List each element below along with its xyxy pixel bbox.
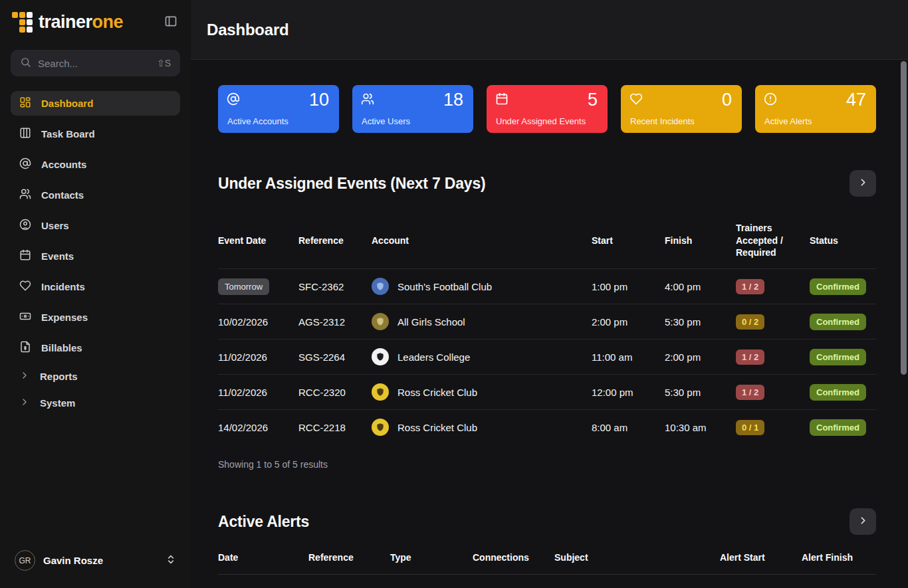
layout-dashboard-icon xyxy=(19,96,31,110)
event-finish: 5:30 pm xyxy=(665,387,736,398)
stat-value: 47 xyxy=(846,90,866,110)
users-icon xyxy=(361,92,374,108)
event-finish: 5:30 pm xyxy=(665,316,736,328)
event-date: 14/02/2026 xyxy=(218,422,298,433)
sidebar-item-label: Events xyxy=(41,250,74,262)
sidebar-item-system[interactable]: System xyxy=(11,393,180,413)
search-icon xyxy=(20,56,31,70)
table-row[interactable]: 10/02/2026 AGS-2312 All Girls School 2:0… xyxy=(218,304,876,339)
sidebar-item-accounts[interactable]: Accounts xyxy=(11,152,180,177)
alerts-section-next-button[interactable] xyxy=(850,508,876,535)
column-header: Alert Finish xyxy=(802,552,876,563)
event-start: 8:00 am xyxy=(592,422,665,433)
sidebar-collapse-button[interactable] xyxy=(163,13,179,31)
stat-label: Active Alerts xyxy=(764,116,812,126)
sidebar-item-events[interactable]: Events xyxy=(11,244,180,268)
sidebar-item-label: Incidents xyxy=(41,281,85,292)
event-date: 11/02/2026 xyxy=(218,351,298,363)
sidebar-header: trainerone xyxy=(11,12,180,33)
table-row[interactable]: 11/02/2026 SGS-2264 Leaders College 11:0… xyxy=(218,339,876,374)
chevrons-up-down-icon xyxy=(166,554,176,567)
sidebar-item-reports[interactable]: Reports xyxy=(11,366,180,387)
stat-card-active-accounts[interactable]: 10 Active Accounts xyxy=(218,85,339,133)
column-header: Reference xyxy=(308,552,390,563)
user-menu[interactable]: GR Gavin Rosze xyxy=(11,547,180,573)
column-header: Trainers Accepted / Required xyxy=(736,222,810,260)
stat-card-active-users[interactable]: 18 Active Users xyxy=(352,85,473,133)
event-reference: RCC-2218 xyxy=(298,422,372,433)
events-section-next-button[interactable] xyxy=(850,170,876,197)
main-area: Dashboard 10 Active Accounts 18 Active U… xyxy=(191,0,908,588)
table-row[interactable]: Tomorrow SFC-2362 South's Football Club … xyxy=(218,268,876,304)
user-circle-icon xyxy=(19,219,31,233)
stat-label: Active Users xyxy=(362,116,410,126)
trainers-badge: 1 / 2 xyxy=(736,385,764,400)
panel-left-icon xyxy=(164,15,177,30)
account-name: South's Football Club xyxy=(397,281,492,292)
event-reference: RCC-2320 xyxy=(298,387,372,398)
stat-card-under-assigned-events[interactable]: 5 Under Assigned Events xyxy=(487,85,608,133)
stat-value: 5 xyxy=(588,90,598,110)
column-header: Type xyxy=(390,552,473,563)
table-row[interactable]: 14/02/2026 RCC-2218 Ross Cricket Club 8:… xyxy=(218,409,876,444)
sidebar-item-dashboard[interactable]: Dashboard xyxy=(11,91,180,116)
status-badge: Confirmed xyxy=(810,278,866,295)
sidebar-nav: Dashboard Task Board Accounts Contacts U… xyxy=(11,91,180,413)
alert-circle-icon xyxy=(764,92,777,108)
events-section-header: Under Assigned Events (Next 7 Days) xyxy=(218,170,876,197)
account-logo xyxy=(372,419,389,436)
scrollbar[interactable] xyxy=(899,60,908,588)
sidebar-item-label: Reports xyxy=(40,371,78,382)
event-finish: 4:00 pm xyxy=(665,281,736,292)
sidebar-item-billables[interactable]: Billables xyxy=(11,336,180,360)
alerts-table-header: Date Reference Type Connections Subject … xyxy=(218,552,876,575)
app-root: trainerone Search... ⇧S Dashboard Task xyxy=(0,0,908,588)
sidebar-item-contacts[interactable]: Contacts xyxy=(11,183,180,207)
account-logo xyxy=(372,348,389,365)
sidebar: trainerone Search... ⇧S Dashboard Task xyxy=(0,0,191,588)
event-start: 11:00 am xyxy=(592,351,665,363)
chevron-right-icon xyxy=(19,397,30,409)
stat-card-active-alerts[interactable]: 47 Active Alerts xyxy=(755,85,876,133)
search-input[interactable]: Search... ⇧S xyxy=(11,50,180,76)
event-start: 1:00 pm xyxy=(592,281,665,292)
brand-name: trainerone xyxy=(39,12,123,33)
at-sign-icon xyxy=(19,157,31,171)
banknote-icon xyxy=(19,310,31,324)
sidebar-item-users[interactable]: Users xyxy=(11,213,180,238)
column-header: Account xyxy=(372,235,592,247)
user-name: Gavin Rosze xyxy=(43,555,158,566)
sidebar-item-label: Accounts xyxy=(41,159,86,170)
column-header: Finish xyxy=(665,235,736,247)
sidebar-item-label: Billables xyxy=(41,342,82,353)
stat-label: Active Accounts xyxy=(227,116,288,126)
results-count: Showing 1 to 5 of 5 results xyxy=(218,459,876,470)
column-header: Start xyxy=(592,235,665,247)
brand-name-primary: trainer xyxy=(39,12,92,32)
stat-label: Under Assigned Events xyxy=(496,116,586,126)
stat-value: 18 xyxy=(443,90,463,110)
stat-card-recent-incidents[interactable]: 0 Recent Incidents xyxy=(621,85,742,133)
event-reference: SFC-2362 xyxy=(298,281,372,292)
trainerone-logo[interactable]: trainerone xyxy=(12,12,123,33)
trainers-badge: 1 / 2 xyxy=(736,279,764,294)
column-header: Connections xyxy=(473,552,554,563)
billables-file-icon xyxy=(19,341,31,355)
event-finish: 10:30 am xyxy=(665,422,736,433)
table-row[interactable]: 11/02/2026 RCC-2320 Ross Cricket Club 12… xyxy=(218,374,876,409)
chevron-right-icon xyxy=(857,177,869,190)
sidebar-item-expenses[interactable]: Expenses xyxy=(11,305,180,330)
account-logo xyxy=(372,383,389,401)
account-name: All Girls School xyxy=(397,316,465,328)
scrollbar-thumb[interactable] xyxy=(901,61,907,375)
sidebar-item-incidents[interactable]: Incidents xyxy=(11,274,180,299)
status-badge: Confirmed xyxy=(810,419,866,436)
chevron-right-icon xyxy=(19,370,30,383)
column-header: Event Date xyxy=(218,235,298,247)
trainers-badge: 0 / 1 xyxy=(736,420,764,435)
search-shortcut: ⇧S xyxy=(157,58,171,68)
users-icon xyxy=(19,188,31,202)
trainerone-logo-icon xyxy=(12,12,33,33)
sidebar-item-task-board[interactable]: Task Board xyxy=(11,122,180,146)
heart-icon xyxy=(19,280,31,294)
